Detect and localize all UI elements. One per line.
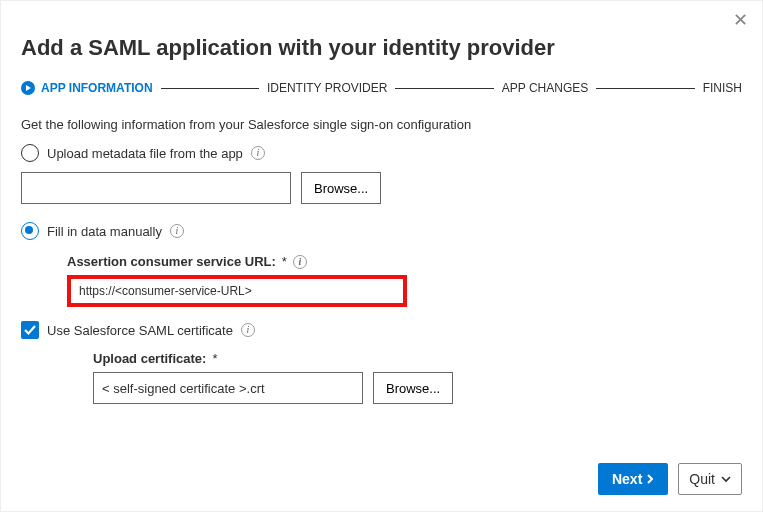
next-button[interactable]: Next <box>598 463 668 495</box>
button-label: Quit <box>689 471 715 487</box>
info-icon[interactable]: i <box>293 255 307 269</box>
svg-marker-0 <box>26 85 31 91</box>
wizard-stepper: APP INFORMATION IDENTITY PROVIDER APP CH… <box>21 81 742 95</box>
step-label: APP INFORMATION <box>41 81 153 95</box>
radio-upload-metadata[interactable] <box>21 144 39 162</box>
required-asterisk: * <box>212 351 217 366</box>
intro-text: Get the following information from your … <box>21 117 742 132</box>
chevron-right-icon <box>646 474 654 484</box>
step-app-changes: APP CHANGES <box>502 81 588 95</box>
step-connector <box>596 88 694 89</box>
button-label: Next <box>612 471 642 487</box>
radio-manual[interactable] <box>21 222 39 240</box>
option-upload-metadata[interactable]: Upload metadata file from the app i <box>21 144 742 162</box>
info-icon[interactable]: i <box>170 224 184 238</box>
step-label: IDENTITY PROVIDER <box>267 81 387 95</box>
option-label: Fill in data manually <box>47 224 162 239</box>
acs-url-input[interactable] <box>67 275 407 307</box>
upload-cert-label: Upload certificate: * <box>93 351 742 366</box>
step-connector <box>395 88 493 89</box>
step-connector <box>161 88 259 89</box>
label-text: Assertion consumer service URL: <box>67 254 276 269</box>
required-asterisk: * <box>282 254 287 269</box>
quit-button[interactable]: Quit <box>678 463 742 495</box>
step-app-information: APP INFORMATION <box>21 81 153 95</box>
step-identity-provider: IDENTITY PROVIDER <box>267 81 387 95</box>
use-saml-cert-row[interactable]: Use Salesforce SAML certificate i <box>21 321 742 339</box>
option-label: Upload metadata file from the app <box>47 146 243 161</box>
checkbox-label: Use Salesforce SAML certificate <box>47 323 233 338</box>
label-text: Upload certificate: <box>93 351 206 366</box>
use-saml-cert-checkbox[interactable] <box>21 321 39 339</box>
option-manual[interactable]: Fill in data manually i <box>21 222 742 240</box>
info-icon[interactable]: i <box>241 323 255 337</box>
step-label: FINISH <box>703 81 742 95</box>
acs-url-label: Assertion consumer service URL: * i <box>67 254 742 269</box>
play-icon <box>21 81 35 95</box>
step-finish: FINISH <box>703 81 742 95</box>
browse-certificate-button[interactable]: Browse... <box>373 372 453 404</box>
dialog-title: Add a SAML application with your identit… <box>21 35 742 61</box>
step-label: APP CHANGES <box>502 81 588 95</box>
certificate-file-field[interactable] <box>93 372 363 404</box>
browse-metadata-button[interactable]: Browse... <box>301 172 381 204</box>
chevron-down-icon <box>721 475 731 483</box>
metadata-file-field[interactable] <box>21 172 291 204</box>
info-icon[interactable]: i <box>251 146 265 160</box>
close-icon[interactable]: ✕ <box>733 11 748 29</box>
